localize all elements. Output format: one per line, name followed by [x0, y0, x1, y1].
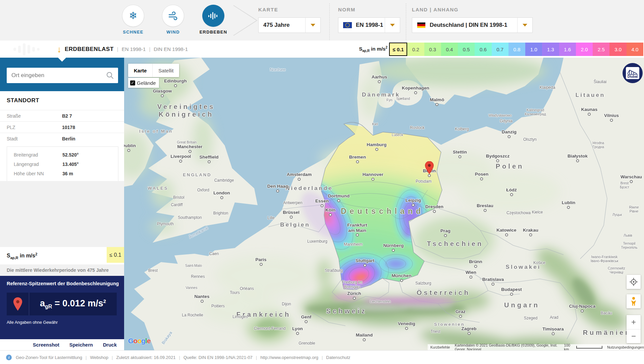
wind-icon — [162, 5, 184, 27]
footer-item[interactable]: Datenschutz — [326, 355, 350, 360]
row-label: Längengrad — [14, 162, 62, 167]
karte-dropdown[interactable]: 475 Jahre — [258, 17, 321, 33]
pegman-button[interactable] — [627, 294, 641, 308]
norm-dropdown[interactable]: EN 1998-1 — [338, 17, 400, 33]
legend-swatch[interactable]: ≤ 0.1 — [389, 43, 407, 56]
terrain-toggle[interactable]: Gelände — [128, 78, 159, 88]
footer-item[interactable]: Zuletzt aktualisiert: 16.09.2021 — [116, 355, 183, 360]
app-footer: i Geo-Zonen-Tool für LastermittlungWebsh… — [0, 350, 644, 364]
row-value: Berlin — [62, 136, 75, 141]
chevron-down-icon — [385, 18, 400, 33]
keyboard-shortcuts-link[interactable]: Kurzbefehle — [430, 345, 450, 349]
sidebar: STANDORT Straße B2 7 PLZ 10178 Stadt Ber… — [0, 58, 124, 350]
google-logo-letter: g — [141, 337, 145, 345]
germany-flag-icon — [417, 22, 426, 28]
map-type-satellit-button[interactable]: Satellit — [152, 64, 179, 77]
result-value-badge: ≤ 0.1 — [107, 247, 124, 263]
app-header: ❄ SCHNEE WIND ERDBEBEN — [0, 0, 644, 41]
legend-swatch[interactable]: 1.0 — [525, 43, 542, 56]
map-pin-icon — [7, 293, 29, 315]
terms-link[interactable]: Nutzungsbedingungen — [607, 345, 644, 349]
legend-swatch[interactable]: 4.0 — [627, 43, 643, 56]
sidebar-actions: ScreenshotSpeichernDruck — [0, 339, 124, 350]
reference-title: Referenz-Spitzenwert der Bodenbeschleuni… — [7, 281, 119, 286]
pipe-separator: | — [117, 46, 118, 52]
legend-swatch[interactable]: 0.3 — [424, 43, 441, 56]
agr-box: agR = 0.012 m/s2 — [7, 293, 117, 315]
berlin-pin-marker[interactable] — [425, 161, 434, 174]
footer-item[interactable]: Geo-Zonen-Tool für Lastermittlung — [16, 355, 90, 360]
dlubal-bridge-icon: Dlubal — [626, 67, 639, 79]
land-dropdown[interactable]: Deutschland | DIN EN 1998-1 — [412, 17, 533, 33]
zoom-control: + − — [627, 315, 641, 343]
land-dropdown-value: Deutschland | DIN EN 1998-1 — [426, 22, 507, 28]
legend-swatch[interactable]: 1.3 — [542, 43, 559, 56]
load-type-title: ERDBEBENLAST — [65, 46, 114, 53]
legend-swatch[interactable]: 0.8 — [508, 43, 525, 56]
nav-schnee-label: SCHNEE — [115, 29, 152, 35]
my-location-button[interactable] — [627, 275, 641, 289]
annex-ref: DIN EN 1998-1 — [154, 46, 188, 52]
action-link[interactable]: Speichern — [69, 342, 93, 348]
legend-swatch[interactable]: 0.7 — [492, 43, 508, 56]
row-value: 10178 — [62, 125, 75, 130]
google-logo-letter: G — [128, 337, 133, 345]
google-logo-letter: o — [133, 337, 137, 345]
footer-item[interactable]: Webshop — [90, 355, 116, 360]
dlubal-logo-text: Dlubal — [628, 75, 638, 78]
action-link[interactable]: Druck — [103, 342, 117, 348]
scale-text: 100 km — [564, 343, 575, 350]
search-icon[interactable] — [106, 71, 114, 79]
norm-ref: EN 1998-1 — [122, 46, 146, 52]
standort-row: Stadt Berlin — [0, 133, 124, 144]
legend-scale: ≤ 0.10.20.30.40.50.60.70.81.01.31.62.02.… — [389, 43, 643, 56]
action-link[interactable]: Screenshot — [33, 342, 59, 348]
coordinate-row: Höhe über NN 36 m — [7, 169, 118, 178]
nav-erdbeben[interactable]: ERDBEBEN — [195, 5, 232, 35]
google-logo-letter: o — [137, 337, 141, 345]
nav-wind-label: WIND — [155, 29, 192, 35]
row-label: Höhe über NN — [14, 171, 62, 176]
map-type-control: Karte Satellit — [128, 64, 179, 77]
disclaimer-text: Alle Angaben ohne Gewähr — [7, 320, 58, 325]
coordinate-row: Längengrad 13.405° — [7, 160, 118, 169]
terrain-label: Gelände — [137, 80, 156, 86]
legend-swatch[interactable]: 0.6 — [475, 43, 491, 56]
legend-swatch[interactable]: 0.4 — [441, 43, 458, 56]
pipe-separator: | — [149, 46, 150, 52]
subheader-bar: ↓ ERDBEBENLAST | EN 1998-1 | DIN EN 1998… — [0, 41, 644, 58]
footer-item[interactable]: Quelle: DIN EN 1998-1/NA:2021-07 — [183, 355, 260, 360]
breadcrumb-arrow-icon — [231, 4, 261, 37]
agr-value: agR = 0.012 m/s2 — [29, 298, 117, 310]
row-value: 52.520° — [62, 152, 78, 158]
reference-panel: Referenz-Spitzenwert der Bodenbeschleuni… — [0, 276, 124, 339]
row-value: 36 m — [62, 171, 73, 176]
nav-erdbeben-label: ERDBEBEN — [195, 29, 232, 35]
zoom-out-button[interactable]: − — [627, 329, 641, 344]
legend-swatch[interactable]: 0.5 — [458, 43, 475, 56]
coordinate-row: Breitengrad 52.520° — [7, 150, 118, 160]
footer-item[interactable]: http://www.openstreetmap.org — [260, 355, 326, 360]
standort-row: PLZ 10178 — [0, 121, 124, 133]
panel-notch — [58, 57, 66, 62]
map-type-karte-button[interactable]: Karte — [128, 64, 152, 77]
nav-wind[interactable]: WIND — [155, 5, 192, 35]
legend-swatch[interactable]: 2.5 — [593, 43, 609, 56]
google-logo: Google — [128, 337, 150, 345]
info-icon: i — [6, 355, 12, 360]
search-box — [7, 68, 118, 83]
legend-swatch[interactable]: 2.0 — [576, 43, 593, 56]
legend-swatch[interactable]: 3.0 — [609, 43, 626, 56]
dlubal-logo[interactable]: Dlubal — [623, 63, 643, 83]
legend-swatch[interactable]: 1.6 — [559, 43, 576, 56]
return-period-note: Die mittlere Wiederkehrperiode von 475 J… — [0, 264, 124, 276]
zoom-in-button[interactable]: + — [627, 315, 641, 329]
legend-swatch[interactable]: 0.2 — [407, 43, 424, 56]
karte-dropdown-label: KARTE — [258, 7, 278, 12]
nav-schnee[interactable]: ❄ SCHNEE — [115, 5, 152, 35]
down-arrow-icon: ↓ — [57, 45, 61, 54]
coordinates-box: Breitengrad 52.520° Längengrad 13.405° H… — [7, 146, 118, 182]
search-input[interactable] — [11, 72, 106, 79]
standort-title: STANDORT — [7, 97, 39, 104]
map-canvas[interactable]: NordseeÄrmelkanalBiskayaVereinigtes Köni… — [124, 58, 644, 350]
